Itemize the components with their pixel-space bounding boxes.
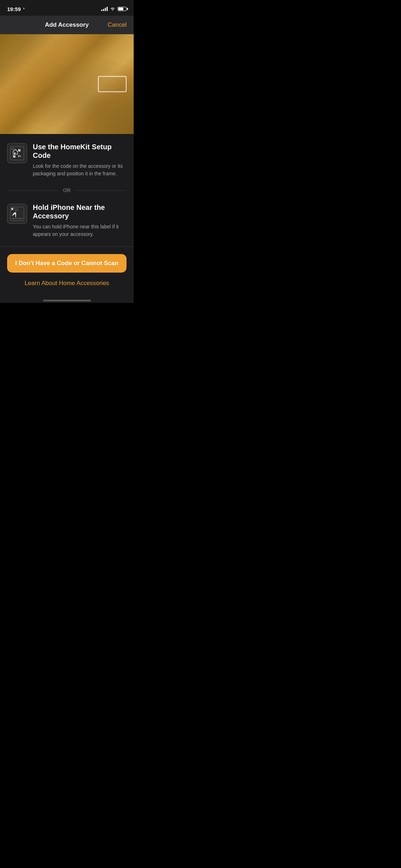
learn-link[interactable]: Learn About Home Accessories <box>7 278 127 288</box>
qr-code-row: 1234 5678 Use the HomeKit Setup Code Loo… <box>7 143 127 177</box>
qr-code-description: Look for the code on the accessory or it… <box>33 162 127 177</box>
svg-rect-24 <box>11 218 23 219</box>
nfc-title: Hold iPhone Near the Accessory <box>33 203 127 220</box>
svg-text:5678: 5678 <box>11 149 15 150</box>
svg-rect-13 <box>20 156 21 157</box>
qr-code-section: 1234 5678 Use the HomeKit Setup Code Loo… <box>7 134 127 186</box>
qr-code-icon: 1234 5678 <box>7 143 27 163</box>
home-indicator <box>0 297 134 303</box>
svg-rect-18 <box>12 208 13 209</box>
nav-bar: Add Accessory Cancel <box>0 16 134 34</box>
svg-rect-10 <box>18 155 19 156</box>
page-title: Add Accessory <box>45 21 89 29</box>
qr-code-title: Use the HomeKit Setup Code <box>33 143 127 160</box>
nfc-icon: 1234 5678 <box>7 204 27 224</box>
nfc-text: Hold iPhone Near the Accessory You can h… <box>33 203 127 238</box>
svg-text:5678: 5678 <box>15 210 18 211</box>
homekit-qr-icon: 1234 5678 <box>10 146 25 161</box>
svg-rect-1 <box>14 153 15 154</box>
divider-or: OR <box>7 186 127 195</box>
svg-rect-4 <box>18 150 19 151</box>
nfc-row: 1234 5678 Hold iPhone Near the Accessory… <box>7 203 127 238</box>
home-bar <box>43 300 91 301</box>
svg-rect-19 <box>11 209 12 210</box>
divider-line-right <box>75 190 127 191</box>
scan-frame <box>98 76 127 92</box>
svg-rect-8 <box>13 156 14 157</box>
status-bar: 19:59 <box>0 0 134 16</box>
status-icons <box>101 7 127 11</box>
qr-code-text: Use the HomeKit Setup Code Look for the … <box>33 143 127 177</box>
camera-view <box>0 34 134 134</box>
svg-rect-9 <box>14 156 15 157</box>
svg-rect-5 <box>19 150 20 151</box>
nfc-label-icon: 1234 5678 <box>10 206 25 221</box>
svg-rect-11 <box>19 155 20 156</box>
no-code-button[interactable]: I Don't Have a Code or Cannot Scan <box>7 254 127 273</box>
battery-icon <box>118 7 127 11</box>
status-time: 19:59 <box>7 6 26 12</box>
svg-rect-3 <box>19 149 20 150</box>
bottom-content: 1234 5678 Use the HomeKit Setup Code Loo… <box>0 134 134 247</box>
svg-rect-6 <box>13 155 14 156</box>
svg-rect-20 <box>12 209 13 210</box>
svg-rect-7 <box>14 155 15 156</box>
wifi-icon <box>110 7 115 11</box>
nfc-description: You can hold iPhone near this label if i… <box>33 223 127 238</box>
divider-line-left <box>7 190 59 191</box>
svg-rect-17 <box>11 208 12 209</box>
signal-icon <box>101 7 108 11</box>
bottom-actions: I Don't Have a Code or Cannot Scan Learn… <box>0 247 134 297</box>
svg-rect-12 <box>18 156 19 157</box>
divider-text: OR <box>63 187 71 193</box>
nfc-section: 1234 5678 Hold iPhone Near the Accessory… <box>7 195 127 247</box>
svg-rect-2 <box>18 149 19 150</box>
cancel-button[interactable]: Cancel <box>108 21 127 29</box>
location-icon <box>22 7 26 11</box>
